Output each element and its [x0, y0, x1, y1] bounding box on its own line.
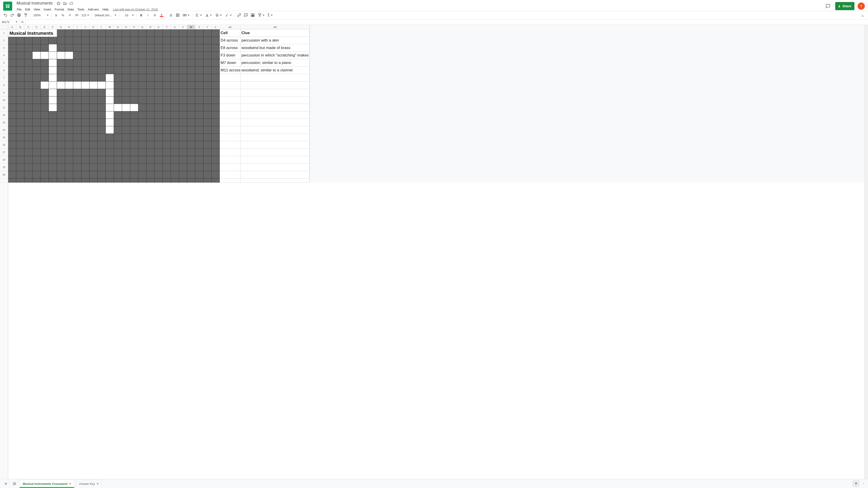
cell[interactable] — [41, 74, 49, 82]
cell[interactable] — [106, 141, 114, 149]
cell[interactable] — [163, 164, 171, 171]
clue-text[interactable] — [241, 178, 310, 183]
cell[interactable] — [24, 104, 33, 111]
cell[interactable] — [179, 149, 187, 156]
cell[interactable] — [65, 29, 73, 37]
cell[interactable] — [138, 178, 147, 183]
cell[interactable] — [204, 119, 212, 126]
cell[interactable] — [114, 134, 122, 141]
column-header[interactable]: K — [90, 25, 98, 29]
cell[interactable] — [138, 96, 147, 104]
cell[interactable] — [155, 96, 163, 104]
cell[interactable] — [57, 59, 65, 67]
cell[interactable] — [33, 104, 41, 111]
cell[interactable] — [98, 82, 106, 89]
cell[interactable] — [41, 126, 49, 134]
cell[interactable] — [81, 104, 90, 111]
cell[interactable] — [212, 104, 220, 111]
cell[interactable] — [41, 59, 49, 67]
cell[interactable] — [16, 134, 24, 141]
cell[interactable] — [195, 171, 204, 178]
cell[interactable] — [65, 37, 73, 44]
cell[interactable] — [24, 74, 33, 82]
cell[interactable] — [155, 171, 163, 178]
cell[interactable] — [155, 111, 163, 119]
cell[interactable] — [33, 126, 41, 134]
cell[interactable] — [179, 44, 187, 52]
cell[interactable] — [24, 37, 33, 44]
fill-color-icon[interactable] — [168, 12, 174, 18]
functions-dropdown[interactable]: Σ — [266, 12, 274, 18]
cell[interactable] — [106, 178, 114, 183]
cell[interactable] — [16, 74, 24, 82]
cell[interactable] — [187, 67, 195, 74]
clue-text[interactable] — [241, 171, 310, 178]
cell[interactable] — [73, 149, 81, 156]
cell[interactable] — [212, 89, 220, 96]
borders-icon[interactable] — [175, 12, 181, 18]
cell[interactable] — [65, 59, 73, 67]
cell[interactable] — [81, 89, 90, 96]
cell[interactable] — [138, 104, 147, 111]
column-header[interactable]: M — [106, 25, 114, 29]
cell[interactable] — [65, 119, 73, 126]
cell[interactable] — [171, 126, 179, 134]
row-header[interactable]: 16 — [0, 141, 8, 149]
cell[interactable] — [122, 171, 130, 178]
cell[interactable] — [122, 111, 130, 119]
cell[interactable] — [114, 96, 122, 104]
cell[interactable] — [130, 104, 138, 111]
cell[interactable] — [195, 126, 204, 134]
cell[interactable] — [138, 74, 147, 82]
cell[interactable] — [41, 111, 49, 119]
cell[interactable] — [114, 126, 122, 134]
cell[interactable] — [65, 67, 73, 74]
clue-text[interactable]: percussion with a skin — [241, 37, 310, 44]
cell[interactable] — [57, 52, 65, 59]
cell[interactable] — [8, 134, 16, 141]
cell[interactable] — [57, 67, 65, 74]
italic-icon[interactable]: I — [145, 12, 151, 18]
cell[interactable] — [171, 82, 179, 89]
cell[interactable] — [81, 74, 90, 82]
cell[interactable] — [122, 119, 130, 126]
cell[interactable] — [163, 149, 171, 156]
column-header[interactable]: Y — [204, 25, 212, 29]
cell[interactable] — [33, 82, 41, 89]
cell[interactable] — [204, 164, 212, 171]
cell[interactable] — [33, 149, 41, 156]
cell[interactable] — [130, 111, 138, 119]
cell[interactable] — [163, 67, 171, 74]
cell[interactable] — [122, 37, 130, 44]
cell[interactable] — [122, 52, 130, 59]
cell[interactable] — [41, 141, 49, 149]
cell[interactable] — [147, 111, 155, 119]
cell[interactable] — [24, 96, 33, 104]
row-header[interactable]: 20 — [0, 171, 8, 178]
cell[interactable] — [114, 156, 122, 164]
cell[interactable] — [24, 171, 33, 178]
cell[interactable] — [179, 67, 187, 74]
cell[interactable] — [204, 37, 212, 44]
column-header[interactable]: I — [73, 25, 81, 29]
cell[interactable] — [57, 141, 65, 149]
cell[interactable] — [8, 156, 16, 164]
cell[interactable] — [138, 156, 147, 164]
cell[interactable] — [122, 141, 130, 149]
cell[interactable] — [114, 82, 122, 89]
clue-cell[interactable] — [220, 126, 241, 134]
cell[interactable] — [16, 156, 24, 164]
cell[interactable] — [138, 126, 147, 134]
print-icon[interactable] — [16, 12, 22, 18]
cell[interactable] — [163, 52, 171, 59]
cell[interactable] — [138, 171, 147, 178]
cell[interactable] — [8, 59, 16, 67]
cell[interactable] — [204, 111, 212, 119]
cell[interactable] — [147, 134, 155, 141]
cell[interactable] — [155, 29, 163, 37]
filter-dropdown[interactable] — [256, 12, 266, 18]
cell[interactable] — [57, 149, 65, 156]
percent-icon[interactable]: % — [60, 12, 66, 18]
cell[interactable] — [171, 89, 179, 96]
cell[interactable] — [98, 111, 106, 119]
